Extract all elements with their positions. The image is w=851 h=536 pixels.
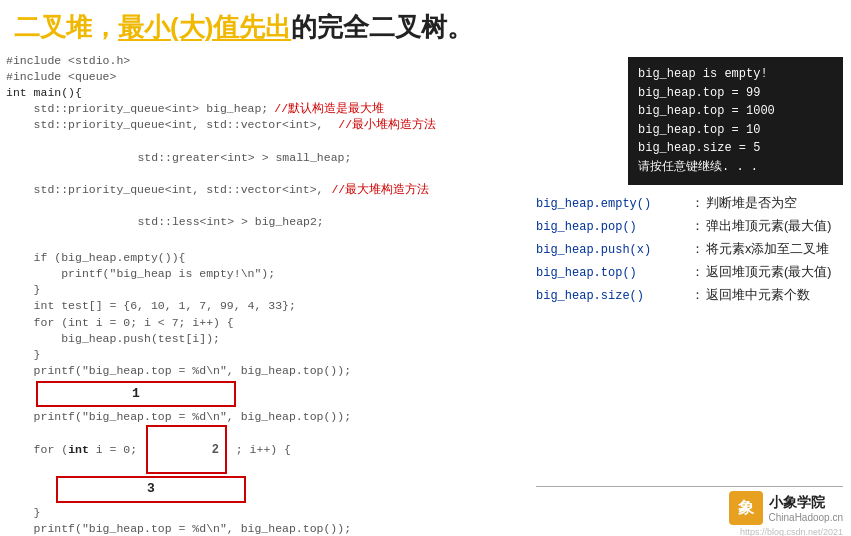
box2: 2 bbox=[146, 425, 227, 474]
comment-min-heap: //最小堆构造方法 bbox=[338, 117, 436, 133]
code-line: printf("big_heap.top = %d\n", big_heap.t… bbox=[6, 363, 526, 379]
code-line: } bbox=[6, 347, 526, 363]
api-item-4: big_heap.top() ： 返回堆顶元素(最大值) bbox=[536, 262, 843, 284]
api-name-3: big_heap.push(x) bbox=[536, 240, 691, 261]
terminal-line-5: big_heap.size = 5 bbox=[638, 139, 833, 158]
code-line-for: for (int i = 0; 2 ; i++) { bbox=[6, 425, 526, 474]
code-line: if (big_heap.empty()){ bbox=[6, 250, 526, 266]
code-line: printf("big_heap.top = %d\n", big_heap.t… bbox=[6, 521, 526, 536]
box1: 1 bbox=[36, 381, 236, 407]
code-line: std::priority_queue<int, std::vector<int… bbox=[6, 182, 526, 198]
api-list: big_heap.empty() ： 判断堆是否为空 big_heap.pop(… bbox=[536, 193, 843, 486]
terminal-line-2: big_heap.top = 99 bbox=[638, 84, 833, 103]
code-line: std::greater<int> > small_heap; bbox=[6, 133, 526, 181]
code-line: #include <queue> bbox=[6, 69, 526, 85]
api-item-3: big_heap.push(x) ： 将元素x添加至二叉堆 bbox=[536, 239, 843, 261]
api-desc-3: 将元素x添加至二叉堆 bbox=[706, 239, 829, 261]
code-line: std::less<int> > big_heap2; bbox=[6, 198, 526, 246]
api-item-2: big_heap.pop() ： 弹出堆顶元素(最大值) bbox=[536, 216, 843, 238]
api-item-1: big_heap.empty() ： 判断堆是否为空 bbox=[536, 193, 843, 215]
page-title: 二叉堆， 最小(大)值先出 的完全二叉树。 bbox=[14, 10, 837, 45]
title-highlight: 最小(大)值先出 bbox=[118, 10, 291, 45]
box3-label: 3 bbox=[147, 481, 155, 496]
api-colon-5: ： bbox=[691, 285, 704, 307]
api-colon-1: ： bbox=[691, 193, 704, 215]
code-line: std::priority_queue<int> big_heap; //默认构… bbox=[6, 101, 526, 117]
url-text: https://blog.csdn.net/2021 bbox=[536, 527, 843, 536]
api-colon-2: ： bbox=[691, 216, 704, 238]
api-item-5: big_heap.size() ： 返回堆中元素个数 bbox=[536, 285, 843, 307]
code-line: } bbox=[6, 505, 526, 521]
box1-label: 1 bbox=[132, 386, 140, 401]
api-colon-3: ： bbox=[691, 239, 704, 261]
logo-text-block: 小象学院 ChinaHadoop.cn bbox=[769, 494, 844, 523]
title-part3: 的完全二叉树。 bbox=[291, 10, 473, 45]
terminal-line-6: 请按任意键继续. . . bbox=[638, 158, 833, 177]
api-name-1: big_heap.empty() bbox=[536, 194, 691, 215]
right-panel: big_heap is empty! big_heap.top = 99 big… bbox=[532, 51, 851, 536]
code-line: for (int i = 0; i < 7; i++) { bbox=[6, 315, 526, 331]
code-line: #include <stdio.h> bbox=[6, 53, 526, 69]
terminal-line-4: big_heap.top = 10 bbox=[638, 121, 833, 140]
code-line: std::priority_queue<int, std::vector<int… bbox=[6, 117, 526, 133]
terminal-box: big_heap is empty! big_heap.top = 99 big… bbox=[628, 57, 843, 185]
code-line: int main(){ bbox=[6, 85, 526, 101]
terminal-line-3: big_heap.top = 1000 bbox=[638, 102, 833, 121]
header: 二叉堆， 最小(大)值先出 的完全二叉树。 bbox=[0, 0, 851, 51]
terminal-line-1: big_heap is empty! bbox=[638, 65, 833, 84]
comment-max-heap: //最大堆构造方法 bbox=[331, 182, 429, 198]
api-name-5: big_heap.size() bbox=[536, 286, 691, 307]
code-line: int test[] = {6, 10, 1, 7, 99, 4, 33}; bbox=[6, 298, 526, 314]
api-name-4: big_heap.top() bbox=[536, 263, 691, 284]
code-line: big_heap.push(test[i]); bbox=[6, 331, 526, 347]
footer-divider bbox=[536, 486, 843, 487]
code-line: printf("big_heap is empty!\n"); bbox=[6, 266, 526, 282]
title-part1: 二叉堆， bbox=[14, 10, 118, 45]
footer: 象 小象学院 ChinaHadoop.cn https://blog.csdn.… bbox=[536, 486, 843, 536]
comment-default-heap: //默认构造是最大堆 bbox=[274, 101, 384, 117]
api-colon-4: ： bbox=[691, 262, 704, 284]
logo-row: 象 小象学院 ChinaHadoop.cn bbox=[536, 491, 843, 525]
code-line: printf("big_heap.top = %d\n", big_heap.t… bbox=[6, 409, 526, 425]
box3: 3 bbox=[56, 476, 246, 502]
code-panel: #include <stdio.h> #include <queue> int … bbox=[0, 51, 532, 536]
main-content: #include <stdio.h> #include <queue> int … bbox=[0, 51, 851, 536]
api-desc-4: 返回堆顶元素(最大值) bbox=[706, 262, 831, 284]
code-line: } bbox=[6, 282, 526, 298]
api-desc-2: 弹出堆顶元素(最大值) bbox=[706, 216, 831, 238]
logo-brand: 小象学院 bbox=[769, 494, 844, 512]
box3-container: 3 bbox=[56, 476, 526, 502]
logo-website: ChinaHadoop.cn bbox=[769, 512, 844, 523]
api-desc-5: 返回堆中元素个数 bbox=[706, 285, 810, 307]
api-desc-1: 判断堆是否为空 bbox=[706, 193, 797, 215]
logo-icon: 象 bbox=[729, 491, 763, 525]
box1-container: 1 bbox=[36, 381, 526, 407]
api-name-2: big_heap.pop() bbox=[536, 217, 691, 238]
